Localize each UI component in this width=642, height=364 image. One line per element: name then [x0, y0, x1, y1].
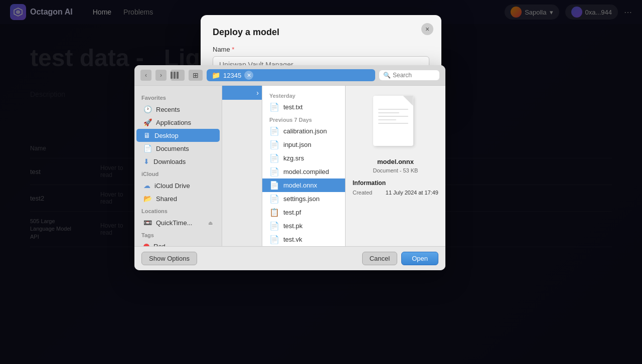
file-item-model-compiled[interactable]: 📄 model.compiled — [262, 165, 345, 178]
quicktime-icon: 📼 — [143, 219, 152, 227]
yesterday-header: Yesterday — [262, 90, 345, 100]
file-icon: 📄 — [269, 102, 279, 112]
file-item-test-pk[interactable]: 📄 test.pk — [262, 219, 345, 233]
file-item-test-txt[interactable]: 📄 test.txt — [262, 100, 345, 114]
preview-filename: model.onnx — [377, 158, 414, 165]
created-label: Created — [353, 190, 372, 196]
file-picker-toolbar: ‹ › ⊞ 📁 12345 ✕ 🔍 — [134, 65, 445, 86]
recents-icon: 🕐 — [143, 105, 152, 113]
sidebar-item-shared[interactable]: 📂 Shared — [136, 192, 220, 205]
locations-label: Locations — [134, 205, 222, 216]
grid-view-button[interactable]: ⊞ — [189, 70, 203, 81]
file-item-settings[interactable]: 📄 settings.json — [262, 192, 345, 206]
cancel-button[interactable]: Cancel — [362, 252, 397, 265]
sidebar-label-recents: Recents — [156, 106, 180, 113]
column-view-button[interactable] — [171, 70, 185, 81]
sidebar-label-documents: Documents — [156, 145, 189, 152]
file-name: model.compiled — [283, 168, 329, 175]
clear-location-button[interactable]: ✕ — [244, 71, 253, 80]
file-list: Yesterday 📄 test.txt Previous 7 Days 📄 c… — [262, 86, 345, 246]
modal-title: Deploy a model — [213, 27, 429, 38]
sidebar-item-icloud-drive[interactable]: ☁ iCloud Drive — [136, 179, 220, 192]
file-item-calibration[interactable]: 📄 calibration.json — [262, 124, 345, 138]
file-preview-pane: model.onnx Document - 53 KB Information … — [345, 86, 445, 246]
preview-paper — [373, 96, 413, 146]
file-item-kzg[interactable]: 📄 kzg.srs — [262, 151, 345, 165]
file-icon: 📄 — [269, 153, 279, 163]
sidebar-item-recents[interactable]: 🕐 Recents — [136, 103, 220, 116]
previous-7-days-header: Previous 7 Days — [262, 114, 345, 124]
file-item-test-vk[interactable]: 📄 test.vk — [262, 233, 345, 246]
tags-label: Tags — [134, 229, 222, 240]
sidebar-label-quicktime: QuickTime... — [156, 219, 192, 227]
file-icon: 📄 — [269, 167, 279, 176]
sidebar-label-applications: Applications — [156, 119, 191, 126]
nav-chevron-right: › — [256, 89, 259, 97]
sidebar-item-applications[interactable]: 🚀 Applications — [136, 116, 220, 129]
footer-actions: Cancel Open — [362, 252, 438, 265]
sidebar-item-downloads[interactable]: ⬇ Downloads — [136, 155, 220, 168]
file-icon: 📄 — [269, 194, 279, 204]
eject-icon: ⏏ — [208, 220, 213, 226]
left-nav-selected[interactable]: › — [222, 86, 262, 100]
folder-icon: 📁 — [212, 71, 220, 79]
open-button[interactable]: Open — [401, 252, 438, 265]
sidebar-label-downloads: Downloads — [153, 158, 186, 165]
sidebar-item-documents[interactable]: 📄 Documents — [136, 142, 220, 155]
sidebar-item-quicktime[interactable]: 📼 QuickTime... ⏏ — [136, 216, 220, 229]
icloud-label: iCloud — [134, 168, 222, 179]
file-picker-footer: Show Options Cancel Open — [134, 246, 445, 270]
preview-corner — [403, 96, 413, 106]
search-input[interactable] — [393, 72, 438, 79]
file-picker-dialog: ‹ › ⊞ 📁 12345 ✕ 🔍 Favorites 🕐 Recents — [134, 65, 445, 270]
sidebar-label-icloud: iCloud Drive — [154, 182, 190, 190]
modal-close-button[interactable]: × — [421, 23, 433, 35]
search-box: 🔍 — [379, 70, 439, 80]
file-item-input[interactable]: 📄 input.json — [262, 138, 345, 151]
file-name: input.json — [283, 141, 311, 148]
file-icon: 📄 — [269, 235, 279, 244]
applications-icon: 🚀 — [143, 118, 152, 126]
file-item-model-onnx[interactable]: 📄 model.onnx — [262, 178, 345, 192]
file-name: test.vk — [283, 236, 302, 243]
preview-info-title: Information — [353, 179, 386, 187]
downloads-icon: ⬇ — [143, 157, 149, 165]
sidebar-label-red: Red — [153, 243, 166, 246]
file-icon: 📄 — [269, 221, 279, 231]
sidebar-label-desktop: Desktop — [154, 132, 179, 139]
favorites-label: Favorites — [134, 92, 222, 103]
preview-lines — [378, 109, 408, 126]
show-options-button[interactable]: Show Options — [141, 252, 197, 265]
file-picker-body: Favorites 🕐 Recents 🚀 Applications 🖥 Des… — [134, 86, 445, 246]
file-item-test-pf[interactable]: 📋 test.pf — [262, 206, 345, 219]
file-name: kzg.srs — [283, 154, 304, 162]
sidebar-item-desktop[interactable]: 🖥 Desktop — [136, 129, 220, 142]
icloud-drive-icon: ☁ — [143, 181, 150, 190]
preview-doc-type: Document - 53 KB — [373, 167, 418, 173]
preview-file-icon — [373, 96, 418, 151]
shared-icon: 📂 — [143, 195, 152, 203]
created-value: 11 July 2024 at 17:49 — [386, 190, 438, 196]
search-icon: 🔍 — [383, 72, 391, 79]
file-name: test.pk — [283, 222, 302, 230]
left-nav-panel: › — [222, 86, 262, 246]
desktop-icon: 🖥 — [143, 131, 150, 139]
sidebar-label-shared: Shared — [156, 195, 177, 203]
file-icon: 📄 — [269, 140, 279, 149]
file-name: calibration.json — [283, 127, 327, 135]
name-field-label: Name * — [213, 46, 429, 53]
file-name: settings.json — [283, 195, 319, 203]
preview-created-row: Created 11 July 2024 at 17:49 — [353, 190, 438, 196]
back-button[interactable]: ‹ — [140, 70, 151, 81]
location-bar: 📁 12345 ✕ — [207, 69, 375, 81]
file-icon: 📄 — [269, 180, 279, 190]
documents-icon: 📄 — [143, 144, 152, 152]
file-name: test.pf — [283, 209, 301, 216]
forward-button[interactable]: › — [155, 70, 167, 81]
file-name: model.onnx — [283, 181, 317, 189]
sidebar-item-red[interactable]: Red — [136, 240, 220, 246]
red-tag-icon — [143, 244, 149, 247]
file-picker-sidebar: Favorites 🕐 Recents 🚀 Applications 🖥 Des… — [134, 86, 222, 246]
location-text: 12345 — [223, 72, 241, 79]
file-icon: 📋 — [269, 208, 279, 217]
